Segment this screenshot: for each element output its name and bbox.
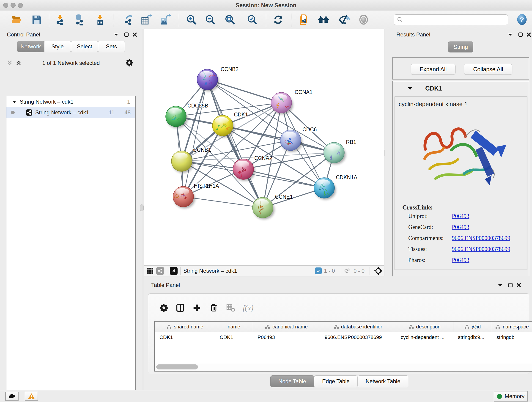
tab-sets[interactable]: Sets [98, 41, 125, 52]
node-label: HIST1H1A [194, 183, 219, 189]
share-network-icon[interactable] [156, 267, 164, 275]
results-panel-float-button[interactable] [517, 32, 524, 38]
zoom-selected-icon[interactable] [246, 14, 258, 26]
import-table-file-icon[interactable] [94, 14, 106, 26]
table-panel-menu-button[interactable] [497, 282, 504, 288]
open-session-icon[interactable] [10, 14, 22, 26]
control-panel-float-button[interactable] [123, 32, 130, 38]
table-panel-float-button[interactable] [507, 282, 514, 288]
table-horizontal-scrollbar[interactable] [155, 363, 532, 370]
zoom-out-icon[interactable] [204, 14, 216, 26]
crosshair-icon[interactable] [373, 266, 384, 276]
node-CDC25B[interactable]: CDC25B [166, 103, 208, 128]
show-overview-icon[interactable] [358, 14, 370, 26]
function-builder-icon[interactable]: f(x) [242, 301, 254, 314]
table-inner-panel: f(x) shared namenamecanonical namedataba… [148, 293, 529, 374]
birdseye-toggle-icon[interactable] [170, 267, 177, 275]
crosslink-value[interactable]: P06493 [452, 224, 469, 230]
entry-detail-box: cyclin-dependent kinase 1 CrossLinks [394, 96, 527, 270]
network-canvas[interactable]: CCNB2CCNA1CDC25BCDK1CDC6RB1CCNB1CCNA2CDK… [144, 29, 384, 265]
column-header-database-identifier[interactable]: database identifier [320, 322, 396, 332]
column-header-namespace[interactable]: namespace [492, 322, 532, 332]
crosslink-value[interactable]: 9606.ENSP00000378699 [452, 246, 510, 252]
export-table-icon[interactable] [140, 14, 152, 26]
network-options-gear-icon[interactable] [125, 58, 134, 67]
import-network-database-icon[interactable] [73, 14, 85, 26]
node-table[interactable]: shared namenamecanonical namedatabase id… [154, 321, 532, 371]
crosslink-value[interactable]: 9606.ENSP00000378699 [452, 235, 510, 241]
node-CDK1[interactable]: CDK1 [212, 112, 248, 137]
edge-CCNA2-CDKN1A[interactable] [243, 169, 324, 188]
node-RB1[interactable]: RB1 [324, 139, 356, 164]
scrollbar-thumb[interactable] [156, 364, 198, 370]
table-row[interactable]: CDK1CDK1P064939606.ENSP00000378699cyclin… [155, 332, 532, 342]
column-header-name[interactable]: name [215, 322, 253, 332]
search-input[interactable] [404, 15, 508, 25]
left-splitter-handle[interactable] [140, 204, 144, 211]
edge-HIST1H1A-CCNE1[interactable] [183, 197, 263, 208]
results-panel-close-icon[interactable] [526, 32, 532, 38]
control-panel-title: Control Panel [7, 32, 40, 38]
tab-network-table[interactable]: Network Table [358, 375, 409, 387]
results-panel-menu-button[interactable] [507, 32, 514, 37]
column-header--id[interactable]: @id [453, 322, 492, 332]
table-cell: stringdb:9... [453, 332, 492, 342]
collapse-all-networks-icon[interactable] [6, 59, 14, 67]
warning-status-button[interactable] [25, 392, 38, 401]
column-label: description [416, 324, 440, 330]
help-icon[interactable]: ? [516, 13, 528, 26]
collection-expander-icon[interactable] [12, 100, 17, 103]
network-collection-row[interactable]: String Network – cdk1 1 [6, 96, 135, 107]
string-import-icon[interactable] [317, 14, 329, 26]
cloud-status-button[interactable] [5, 392, 19, 401]
tab-network[interactable]: Network [17, 41, 44, 52]
column-header-description[interactable]: description [396, 322, 453, 332]
columns-icon[interactable] [174, 301, 187, 314]
node-HIST1H1A[interactable]: HIST1H1A [173, 183, 219, 208]
crosslink-value[interactable]: P06493 [452, 213, 469, 219]
refresh-view-icon[interactable] [272, 14, 284, 26]
zoom-fit-icon[interactable] [224, 14, 236, 26]
delete-column-icon[interactable] [207, 301, 220, 314]
tab-node-table[interactable]: Node Table [270, 375, 314, 387]
column-header-canonical-name[interactable]: canonical name [253, 322, 320, 332]
table-panel-close-icon[interactable] [515, 282, 522, 288]
zoom-in-icon[interactable] [186, 14, 197, 26]
tab-select[interactable]: Select [71, 41, 98, 52]
table-settings-icon[interactable] [157, 301, 170, 314]
clone-network-icon[interactable] [298, 14, 310, 26]
grid-view-icon[interactable] [144, 266, 156, 276]
crosslink-label: Tissues: [408, 246, 452, 252]
tab-style[interactable]: Style [44, 41, 71, 52]
control-panel-close-icon[interactable] [132, 32, 138, 38]
column-header-shared-name[interactable]: shared name [155, 322, 215, 332]
selected-checkbox-icon[interactable] [315, 268, 322, 274]
tab-string[interactable]: String [448, 41, 473, 52]
network-edge-count: 48 [124, 109, 131, 116]
expand-all-button[interactable]: Expand All [411, 64, 456, 75]
hide-panels-icon[interactable] [338, 14, 350, 26]
hidden-eye-icon[interactable] [343, 268, 351, 274]
add-column-icon[interactable] [190, 301, 203, 314]
memory-button[interactable]: Memory [494, 391, 528, 402]
expand-all-networks-icon[interactable] [15, 59, 22, 67]
crosslink-value[interactable]: P06493 [452, 257, 469, 263]
export-image-icon[interactable] [159, 14, 171, 26]
delete-table-icon[interactable] [224, 301, 237, 314]
node-CDKN1A[interactable]: CDKN1A [314, 174, 357, 200]
control-panel-menu-button[interactable] [113, 32, 120, 37]
column-label: name [228, 324, 240, 330]
collapse-all-button[interactable]: Collapse All [464, 64, 512, 75]
tab-edge-table[interactable]: Edge Table [314, 375, 358, 387]
result-entry-header[interactable]: CDK1 [393, 81, 529, 96]
node-CCNA1[interactable]: CCNA1 [271, 89, 312, 114]
import-network-file-icon[interactable] [54, 14, 66, 26]
entry-expander-icon[interactable] [408, 87, 412, 90]
search-icon [397, 16, 404, 23]
network-row-selected[interactable]: String Network – cdk1 11 48 [6, 107, 135, 118]
save-session-icon[interactable] [31, 14, 43, 26]
column-label: @id [472, 324, 481, 330]
export-network-icon[interactable] [122, 14, 134, 26]
edge-CDK1-RB1[interactable] [223, 126, 334, 153]
toolbar-separator [266, 13, 266, 27]
